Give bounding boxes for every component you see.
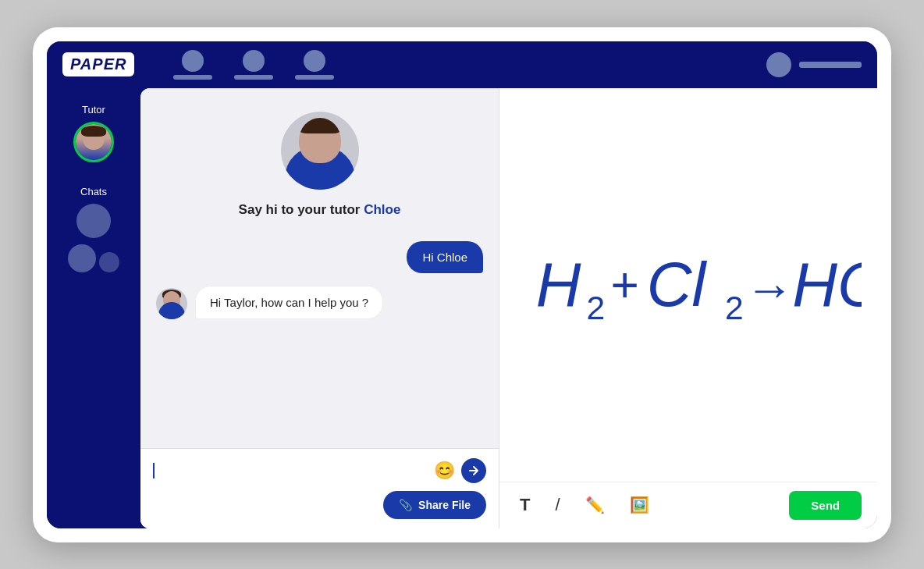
input-icons: 😊 bbox=[434, 458, 486, 483]
nav-icon-circle-1 bbox=[182, 50, 204, 72]
sidebar-tutor-section: Tutor bbox=[73, 104, 114, 162]
svg-text:Cl: Cl bbox=[647, 249, 708, 318]
intro-text-plain: Say hi to your tutor bbox=[239, 202, 364, 217]
svg-text:2: 2 bbox=[586, 289, 605, 326]
message-tutor-1: Hi Taylor, how can I help you ? bbox=[156, 286, 483, 319]
app-logo: PAPER bbox=[62, 52, 134, 76]
chat-input-area: 😊 📎 Share File bbox=[140, 448, 499, 528]
sidebar-tutor-label: Tutor bbox=[82, 104, 105, 116]
user-avatar-nav[interactable] bbox=[766, 52, 791, 77]
share-file-label: Share File bbox=[418, 499, 471, 511]
equation-svg: H 2 + Cl 2 → HCl bbox=[515, 104, 862, 466]
tutor-mini-avatar bbox=[156, 288, 187, 319]
tool-text[interactable]: T bbox=[515, 490, 535, 520]
chat-input-row: 😊 bbox=[153, 458, 486, 483]
tool-pen[interactable]: ✏️ bbox=[581, 491, 609, 519]
chat-messages: Hi Chloe Hi Taylor, how can I help you ? bbox=[140, 233, 499, 448]
chat-input[interactable] bbox=[162, 464, 426, 478]
svg-text:2: 2 bbox=[725, 289, 744, 326]
nav-icon-circle-2 bbox=[243, 50, 265, 72]
whiteboard-canvas: H 2 + Cl 2 → HCl bbox=[499, 88, 877, 482]
nav-icon-circle-3 bbox=[304, 50, 325, 72]
chat-panel: Say hi to your tutor Chloe Hi Chloe bbox=[140, 88, 499, 528]
tool-image[interactable]: 🖼️ bbox=[625, 491, 654, 519]
whiteboard-toolbar: T / ✏️ 🖼️ Send bbox=[499, 482, 877, 528]
tutor-avatar-large bbox=[281, 112, 359, 190]
sidebar-chat-item-3[interactable] bbox=[99, 252, 119, 272]
tutor-avatar-sidebar[interactable] bbox=[73, 122, 114, 162]
sidebar-chats-section: Chats bbox=[68, 186, 119, 272]
nav-item-2[interactable] bbox=[234, 50, 273, 80]
nav-icon-line-2 bbox=[234, 75, 273, 80]
sidebar-chats-label: Chats bbox=[80, 186, 107, 197]
intro-tutor-name: Chloe bbox=[364, 202, 400, 217]
nav-icon-line-1 bbox=[173, 75, 212, 80]
nav-icons bbox=[173, 50, 334, 80]
main-area: Tutor Chats bbox=[47, 88, 877, 528]
bubble-tutor-1: Hi Taylor, how can I help you ? bbox=[195, 286, 383, 319]
whiteboard-send-button[interactable]: Send bbox=[789, 491, 862, 520]
svg-text:+: + bbox=[611, 258, 639, 312]
nav-icon-line-3 bbox=[295, 75, 334, 80]
bubble-user-1: Hi Chloe bbox=[407, 241, 483, 273]
mini-body bbox=[158, 302, 185, 319]
intro-text: Say hi to your tutor Chloe bbox=[239, 202, 401, 218]
svg-text:→: → bbox=[745, 261, 794, 315]
device-frame: PAPER bbox=[33, 27, 891, 542]
message-user-1: Hi Chloe bbox=[156, 241, 483, 273]
tool-line[interactable]: / bbox=[550, 490, 564, 520]
whiteboard-panel: H 2 + Cl 2 → HCl bbox=[499, 88, 877, 528]
nav-item-3[interactable] bbox=[295, 50, 334, 80]
send-message-button[interactable] bbox=[461, 458, 486, 483]
chat-intro: Say hi to your tutor Chloe bbox=[140, 88, 499, 233]
user-name-nav bbox=[799, 62, 862, 68]
top-nav: PAPER bbox=[47, 41, 877, 88]
svg-text:H: H bbox=[536, 249, 581, 318]
emoji-button[interactable]: 😊 bbox=[434, 461, 455, 481]
svg-text:HCl: HCl bbox=[792, 249, 862, 318]
sidebar: Tutor Chats bbox=[47, 88, 140, 528]
nav-item-1[interactable] bbox=[173, 50, 212, 80]
app-container: PAPER bbox=[47, 41, 877, 528]
sidebar-chat-group bbox=[68, 244, 119, 272]
content-area: Say hi to your tutor Chloe Hi Chloe bbox=[140, 88, 877, 528]
sidebar-chat-item-1[interactable] bbox=[76, 204, 111, 238]
share-file-button[interactable]: 📎 Share File bbox=[383, 491, 486, 519]
text-cursor bbox=[153, 463, 155, 478]
paperclip-icon: 📎 bbox=[399, 499, 412, 511]
nav-right bbox=[766, 52, 862, 77]
sidebar-chat-item-2[interactable] bbox=[68, 244, 96, 272]
